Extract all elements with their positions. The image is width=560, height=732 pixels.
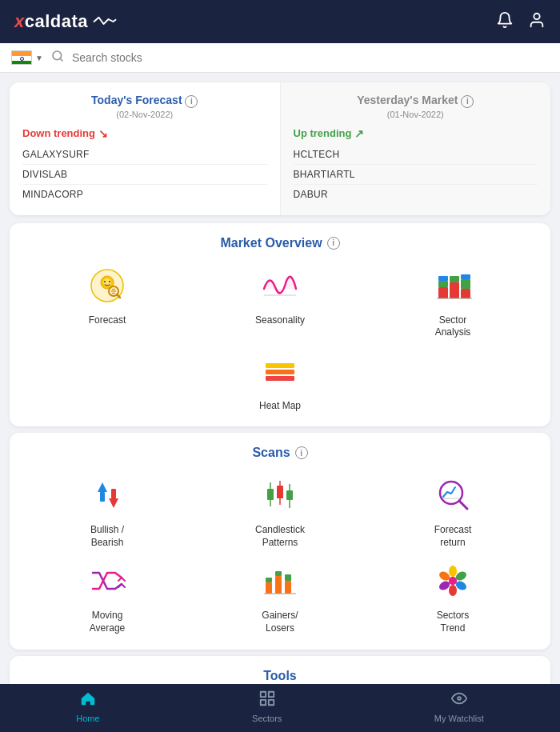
svg-rect-44 [275, 576, 282, 594]
svg-rect-27 [100, 492, 105, 502]
market-overview-grid: Forecast Seasonality [18, 263, 542, 339]
india-flag [11, 50, 32, 65]
svg-rect-42 [266, 582, 272, 594]
bullish-bearish-item[interactable]: Bullish / Bearish [24, 473, 190, 549]
today-info-icon[interactable]: i [185, 95, 198, 108]
header-icons [496, 11, 546, 33]
sectors-trend-item[interactable]: Sectors Trend [370, 558, 536, 634]
svg-rect-17 [450, 282, 459, 298]
list-item[interactable]: MINDACORP [22, 185, 267, 204]
candlestick-patterns-item[interactable]: Candlestick Patterns [197, 473, 363, 549]
market-overview-info-icon[interactable]: i [327, 237, 340, 250]
svg-line-40 [459, 501, 467, 509]
candlestick-patterns-label: Candlestick Patterns [255, 524, 305, 549]
today-forecast-date: (02-Nov-2022) [22, 110, 267, 119]
up-arrow-icon: ↗ [354, 127, 364, 140]
forecast-return-icon [430, 473, 475, 518]
app-header: xcaldata [0, 0, 560, 43]
moving-average-item[interactable]: Moving Average [24, 558, 190, 634]
svg-rect-47 [285, 574, 291, 581]
today-forecast-panel: Today's Forecast i (02-Nov-2022) Down tr… [10, 82, 281, 215]
svg-point-53 [449, 585, 457, 596]
svg-point-88 [458, 697, 461, 700]
search-bar: ▼ [0, 43, 560, 73]
forecast-return-label: Forecast return [434, 524, 472, 549]
list-item[interactable]: HCLTECH [294, 145, 538, 165]
nav-home-label: Home [76, 714, 99, 723]
logo-icon [93, 15, 117, 28]
market-overview-title: Market Overview i [18, 236, 542, 250]
scans-card: Scans i Bullish / Bearish [10, 433, 550, 649]
home-icon [79, 690, 97, 711]
yesterday-market-date: (01-Nov-2022) [294, 110, 538, 119]
search-input[interactable] [72, 51, 549, 64]
seasonality-label: Seasonality [255, 314, 305, 327]
moving-average-icon [85, 558, 130, 603]
svg-rect-86 [269, 700, 274, 705]
forecast-card: Today's Forecast i (02-Nov-2022) Down tr… [10, 82, 550, 215]
forecast-icon [85, 263, 130, 308]
gainers-losers-icon [258, 558, 302, 603]
market-overview-card: Market Overview i [10, 223, 550, 427]
gainers-losers-item[interactable]: Gainers/ Losers [197, 558, 363, 634]
svg-rect-84 [260, 692, 265, 697]
sectors-trend-icon [430, 558, 475, 603]
list-item[interactable]: DIVISLAB [22, 165, 267, 185]
svg-marker-26 [98, 482, 107, 492]
nav-sectors[interactable]: Sectors [252, 690, 282, 723]
svg-rect-16 [438, 276, 448, 281]
svg-point-6 [104, 281, 106, 282]
svg-rect-15 [438, 281, 448, 287]
notification-icon[interactable] [496, 11, 514, 33]
nav-watchlist-label: My Watchlist [434, 714, 484, 723]
scans-info-icon[interactable]: i [295, 446, 308, 459]
sector-analysis-item[interactable]: Sector Analysis [370, 263, 536, 339]
nav-watchlist[interactable]: My Watchlist [434, 690, 484, 723]
yesterday-market-panel: Yesterday's Market i (01-Nov-2022) Up tr… [281, 82, 551, 215]
svg-rect-24 [266, 370, 294, 374]
heatmap-grid-row: Heat Map [18, 349, 542, 413]
sectors-icon [258, 690, 276, 711]
nav-sectors-label: Sectors [252, 714, 282, 723]
svg-rect-34 [277, 486, 283, 498]
svg-rect-25 [266, 376, 294, 381]
heatmap-item[interactable]: Heat Map [258, 349, 302, 413]
svg-rect-46 [285, 581, 291, 594]
svg-rect-23 [266, 363, 294, 368]
bottom-navigation: Home Sectors My Watchlist [0, 684, 560, 732]
yesterday-market-title: Yesterday's Market i [294, 94, 538, 108]
svg-rect-87 [260, 700, 265, 705]
today-forecast-title: Today's Forecast i [22, 94, 267, 108]
list-item[interactable]: DABUR [294, 185, 538, 204]
yesterday-info-icon[interactable]: i [461, 95, 474, 108]
svg-rect-43 [266, 578, 272, 582]
dropdown-arrow-icon: ▼ [35, 54, 43, 62]
svg-line-2 [60, 58, 62, 61]
svg-point-7 [109, 281, 110, 282]
svg-rect-45 [275, 571, 282, 576]
moving-average-label: Moving Average [90, 610, 125, 634]
country-selector[interactable]: ▼ [11, 50, 43, 65]
tools-title: Tools [18, 669, 542, 683]
svg-rect-37 [286, 490, 293, 500]
down-trending-label: Down trending ↘ [22, 127, 267, 140]
forecast-item[interactable]: Forecast [24, 263, 190, 339]
scans-grid: Bullish / Bearish [18, 473, 542, 634]
svg-marker-28 [109, 498, 118, 508]
heatmap-icon [258, 349, 302, 394]
list-item[interactable]: BHARTIARTL [294, 165, 538, 185]
user-icon[interactable] [528, 11, 546, 33]
bullish-bearish-icon [85, 473, 130, 518]
sector-analysis-icon [430, 263, 475, 308]
svg-rect-19 [461, 289, 470, 298]
seasonality-item[interactable]: Seasonality [197, 263, 363, 339]
list-item[interactable]: GALAXYSURF [22, 145, 267, 165]
svg-point-56 [449, 577, 457, 585]
watchlist-icon [450, 690, 468, 711]
forecast-return-item[interactable]: Forecast return [370, 473, 536, 549]
nav-home[interactable]: Home [76, 690, 99, 723]
logo-text: xcaldata [14, 11, 88, 32]
scans-title: Scans i [18, 446, 542, 460]
svg-rect-18 [450, 276, 459, 282]
heatmap-label: Heat Map [259, 400, 301, 413]
